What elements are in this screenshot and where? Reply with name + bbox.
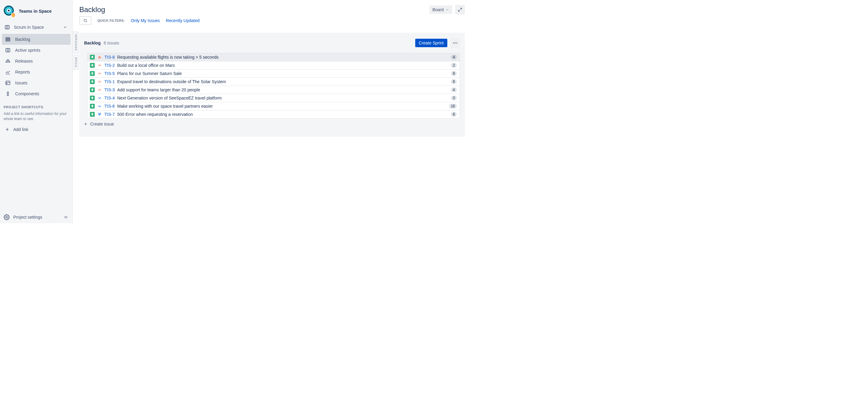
filter-only-my-issues[interactable]: Only My Issues: [131, 18, 160, 23]
issue-key[interactable]: TIS-7: [104, 112, 115, 117]
versions-tab[interactable]: VERSIONS: [73, 31, 79, 54]
svg-point-21: [453, 43, 454, 43]
project-name: Teams in Space: [19, 9, 52, 13]
issue-estimate: 16: [449, 104, 457, 109]
issue-row[interactable]: TIS-6Make working with our space travel …: [87, 102, 460, 110]
collapse-sidebar-button[interactable]: [63, 214, 69, 220]
priority-high-icon: [97, 71, 102, 76]
fullscreen-button[interactable]: [455, 5, 465, 14]
more-actions-button[interactable]: [451, 38, 460, 48]
nav-label: Releases: [15, 59, 33, 64]
svg-rect-11: [6, 81, 10, 85]
issue-estimate: 4: [451, 55, 457, 60]
issue-row[interactable]: TIS-1Expand travel to destinations outsi…: [87, 77, 460, 86]
story-icon: [90, 112, 95, 117]
vertical-tabs: VERSIONS EPICS: [73, 31, 79, 70]
sidebar-item-components[interactable]: Components: [2, 88, 70, 99]
issue-row[interactable]: TIS-2Build out a local office on Mars2: [87, 61, 460, 70]
sidebar-item-active-sprints[interactable]: Active sprints: [2, 45, 70, 56]
add-link-button[interactable]: Add link: [1, 125, 71, 134]
settings-label: Project settings: [13, 215, 42, 219]
priority-lowest-icon: [97, 112, 102, 117]
sidebar-item-backlog[interactable]: Backlog: [2, 34, 70, 45]
board-name: Scrum in Space: [14, 25, 44, 30]
priority-low-icon: [97, 104, 102, 109]
issue-key[interactable]: TIS-3: [104, 88, 115, 92]
svg-point-16: [6, 216, 7, 218]
svg-point-23: [456, 43, 457, 43]
issue-key[interactable]: TIS-1: [104, 79, 115, 84]
issue-summary: Make working with our space travel partn…: [117, 104, 446, 109]
issue-estimate: 4: [451, 88, 457, 92]
svg-rect-0: [5, 25, 9, 29]
backlog-icon: [5, 36, 11, 42]
issue-key[interactable]: TIS-6: [104, 104, 115, 109]
issue-row[interactable]: TIS-8Requesting available flights is now…: [87, 53, 460, 61]
nav-label: Components: [15, 91, 39, 96]
issue-estimate: 2: [451, 63, 457, 68]
nav-list: Backlog Active sprints Releases Reports: [0, 33, 72, 100]
story-icon: [90, 96, 95, 100]
nav-label: Backlog: [15, 37, 30, 42]
svg-rect-3: [6, 37, 10, 38]
issue-key[interactable]: TIS-2: [104, 63, 115, 68]
board-icon: [4, 24, 10, 30]
story-icon: [90, 55, 95, 60]
issue-list: TIS-8Requesting available flights is now…: [87, 53, 460, 118]
search-button[interactable]: [79, 16, 91, 25]
page-title: Backlog: [79, 5, 105, 14]
issue-summary: Build out a local office on Mars: [117, 63, 448, 68]
board-view-button[interactable]: Board: [430, 5, 452, 14]
plus-icon: [4, 127, 10, 133]
project-avatar: </>: [4, 5, 15, 17]
issue-estimate: 3: [451, 96, 457, 100]
nav-label: Issues: [15, 80, 27, 85]
issue-row[interactable]: TIS-4Next Generation version of SeeSpace…: [87, 94, 460, 102]
sidebar-item-issues[interactable]: Issues: [2, 77, 70, 88]
issue-row[interactable]: TIS-3Add support for teams larger than 2…: [87, 86, 460, 94]
project-header[interactable]: </> Teams in Space: [0, 4, 72, 21]
issue-summary: Requesting available flights is now taki…: [117, 55, 448, 60]
story-icon: [90, 79, 95, 84]
chart-icon: [5, 69, 11, 75]
create-sprint-button[interactable]: Create Sprint: [415, 39, 447, 47]
shortcuts-heading: PROJECT SHORTCUTS: [0, 100, 72, 110]
priority-high-icon: [97, 88, 102, 92]
board-switcher[interactable]: Scrum in Space: [0, 21, 72, 33]
chevron-down-icon: [445, 8, 449, 11]
nav-label: Active sprints: [15, 48, 40, 53]
issue-row[interactable]: TIS-5Plans for our Summer Saturn Sale8: [87, 69, 460, 78]
backlog-panel: Backlog 8 issues Create Sprint TIS-8Requ…: [79, 33, 465, 137]
project-settings-link[interactable]: Project settings: [4, 214, 42, 220]
quick-filters-label: QUICK FILTERS:: [97, 19, 125, 22]
sidebar-item-releases[interactable]: Releases: [2, 56, 70, 67]
chevron-down-icon: [62, 24, 68, 30]
story-icon: [90, 63, 95, 68]
priority-low-icon: [97, 96, 102, 100]
story-icon: [90, 104, 95, 109]
svg-rect-6: [6, 48, 10, 52]
component-icon: [5, 91, 11, 97]
issue-key[interactable]: TIS-8: [104, 55, 115, 60]
issue-summary: Next Generation version of SeeSpaceEZ tr…: [117, 96, 448, 100]
issue-summary: 500 Error when requesting a reservation: [117, 112, 448, 117]
svg-point-22: [455, 43, 456, 43]
priority-highest-icon: [97, 55, 102, 60]
priority-high-icon: [97, 79, 102, 84]
svg-line-20: [86, 22, 87, 22]
issue-key[interactable]: TIS-5: [104, 71, 115, 76]
board-button-label: Board: [433, 7, 444, 12]
plus-icon: [84, 122, 88, 126]
filter-recently-updated[interactable]: Recently Updated: [166, 18, 199, 23]
svg-line-17: [460, 8, 462, 10]
issue-key[interactable]: TIS-4: [104, 96, 115, 100]
board-icon: [5, 47, 11, 53]
epics-tab[interactable]: EPICS: [73, 55, 79, 70]
create-issue-button[interactable]: Create issue: [84, 122, 460, 127]
story-icon: [90, 88, 95, 92]
issue-row[interactable]: TIS-7500 Error when requesting a reserva…: [87, 110, 460, 118]
sidebar-item-reports[interactable]: Reports: [2, 67, 70, 77]
svg-point-19: [84, 19, 86, 22]
search-icon: [83, 19, 88, 23]
issues-icon: [5, 80, 11, 86]
